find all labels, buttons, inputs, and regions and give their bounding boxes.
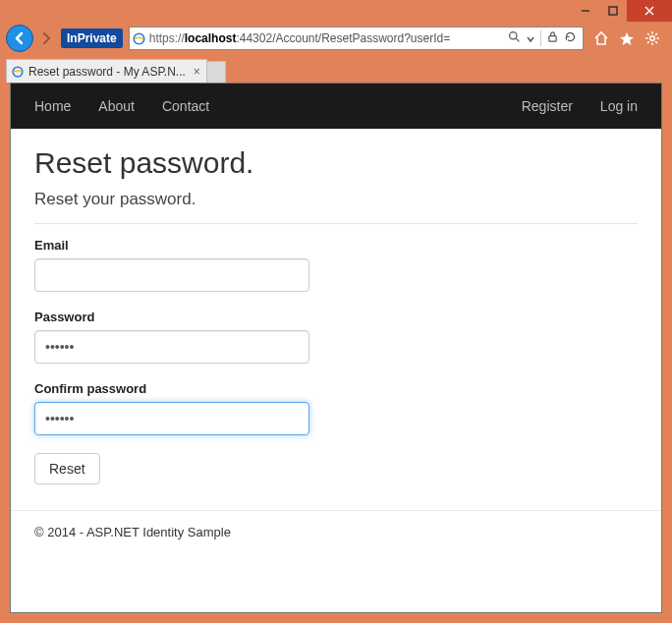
site-navbar: Home About Contact Register Log in (11, 84, 661, 129)
svg-rect-7 (549, 36, 556, 42)
url-text[interactable]: https://localhost:44302/Account/ResetPas… (149, 31, 502, 45)
window-titlebar (0, 0, 672, 22)
svg-line-6 (516, 38, 519, 41)
svg-rect-1 (609, 7, 617, 15)
url-scheme: https:// (149, 31, 185, 45)
nav-contact[interactable]: Contact (162, 98, 209, 114)
confirm-password-field[interactable] (34, 402, 309, 435)
forward-button[interactable] (35, 28, 57, 49)
svg-point-8 (650, 36, 655, 41)
favorites-icon[interactable] (619, 30, 635, 46)
url-path: :44302/Account/ResetPassword?userId= (236, 31, 450, 45)
inprivate-badge: InPrivate (61, 28, 123, 48)
email-field[interactable] (34, 258, 309, 292)
page-subtitle: Reset your password. (34, 190, 638, 209)
email-label: Email (34, 238, 638, 253)
url-host: localhost (185, 31, 237, 45)
home-icon[interactable] (593, 30, 609, 46)
svg-point-5 (510, 32, 517, 39)
new-tab-button[interactable] (206, 61, 226, 83)
reset-button[interactable]: Reset (34, 453, 100, 484)
nav-about[interactable]: About (98, 98, 135, 114)
dropdown-icon[interactable] (527, 29, 534, 47)
ie-favicon-icon (130, 32, 149, 45)
separator (540, 30, 541, 46)
tab-bar: Reset password - My ASP.N... × (0, 55, 672, 83)
page-heading: Reset password. (34, 146, 638, 180)
divider (34, 223, 638, 224)
lock-icon[interactable] (547, 29, 558, 47)
search-icon[interactable] (508, 29, 521, 47)
password-field[interactable] (34, 330, 309, 364)
svg-line-14 (655, 41, 657, 43)
browser-tab[interactable]: Reset password - My ASP.N... × (6, 59, 207, 83)
confirm-password-label: Confirm password (34, 381, 638, 396)
address-bar[interactable]: https://localhost:44302/Account/ResetPas… (129, 27, 584, 50)
nav-login[interactable]: Log in (600, 98, 638, 114)
back-button[interactable] (6, 25, 33, 52)
minimize-button[interactable] (572, 0, 599, 22)
nav-register[interactable]: Register (522, 98, 573, 114)
tab-close-icon[interactable]: × (194, 65, 200, 79)
tab-title: Reset password - My ASP.N... (28, 65, 186, 79)
page-viewport: Home About Contact Register Log in Reset… (10, 83, 662, 613)
nav-home[interactable]: Home (34, 98, 71, 114)
svg-line-16 (647, 41, 649, 43)
page-footer: © 2014 - ASP.NET Identity Sample (11, 510, 661, 563)
svg-line-15 (655, 33, 657, 35)
browser-toolbar: InPrivate https://localhost:44302/Accoun… (0, 22, 672, 55)
settings-icon[interactable] (644, 30, 660, 46)
svg-line-13 (647, 33, 649, 35)
window-close-button[interactable] (627, 0, 672, 22)
ie-favicon-icon (11, 65, 25, 79)
maximize-button[interactable] (599, 0, 627, 22)
refresh-icon[interactable] (564, 29, 577, 47)
password-label: Password (34, 310, 638, 324)
